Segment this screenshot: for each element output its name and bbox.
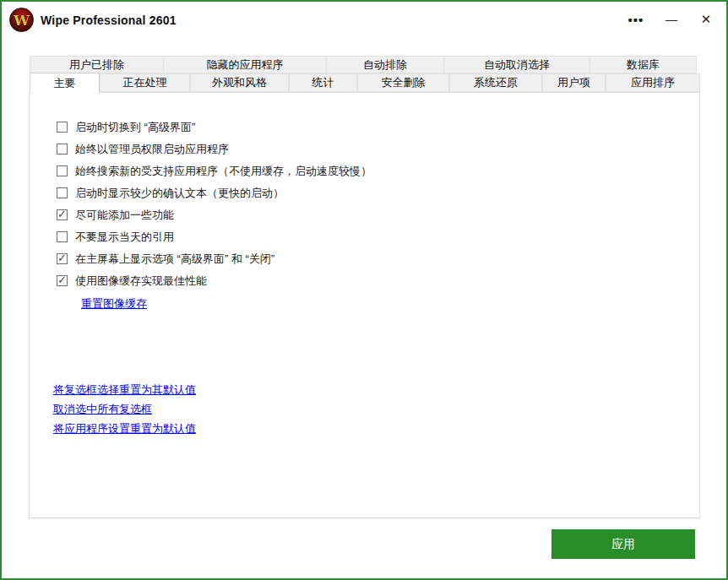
- tab-look-and-feel[interactable]: 外观和风格: [190, 73, 289, 92]
- minimize-icon: —: [666, 13, 677, 26]
- checkbox-list: 启动时切换到 “高级界面” 始终以管理员权限启动应用程序 始终搜索新的受支持应用…: [57, 121, 372, 296]
- checkbox-label: 不要显示当天的引用: [75, 230, 174, 245]
- checkbox-row: 不要显示当天的引用: [57, 230, 372, 243]
- checkbox-row: 在主屏幕上显示选项 “高级界面” 和 “关闭”: [57, 252, 372, 265]
- tab-hidden-apps[interactable]: 隐藏的应用程序: [163, 56, 327, 73]
- ellipsis-icon: •••: [628, 13, 644, 27]
- checkbox-row: 始终以管理员权限启动应用程序: [57, 143, 372, 155]
- tab-system-restore[interactable]: 系统还原: [449, 73, 542, 92]
- minimize-button[interactable]: —: [657, 8, 686, 30]
- window-menu-button[interactable]: •••: [622, 8, 650, 30]
- tab-main[interactable]: 主要: [30, 73, 100, 93]
- close-button[interactable]: ✕: [692, 8, 720, 30]
- checkbox-no-quote-of-day[interactable]: [57, 231, 68, 242]
- app-logo-icon: W: [9, 8, 34, 32]
- link-uncheck-all-checkboxes[interactable]: 取消选中所有复选框: [53, 403, 196, 415]
- checkbox-label: 启动时切换到 “高级界面”: [75, 120, 195, 135]
- titlebar: W Wipe Professional 2601 ••• — ✕: [2, 2, 726, 39]
- tab-auto-exclude[interactable]: 自动排除: [326, 56, 444, 73]
- apply-button[interactable]: 应用: [551, 529, 695, 559]
- tab-secure-delete[interactable]: 安全删除: [357, 73, 449, 92]
- checkbox-row: 尽可能添加一些功能: [57, 209, 372, 221]
- tab-users-excluded[interactable]: 用户已排除: [30, 56, 164, 73]
- settings-tabs: 用户已排除 隐藏的应用程序 自动排除 自动取消选择 数据库 主要 正在处理 外观…: [30, 56, 700, 93]
- link-reset-checkboxes-default[interactable]: 将复选框选择重置为其默认值: [53, 383, 196, 396]
- tab-row-upper: 用户已排除 隐藏的应用程序 自动排除 自动取消选择 数据库: [30, 56, 700, 73]
- checkbox-show-advanced-and-close[interactable]: [57, 253, 68, 264]
- checkbox-label: 启动时显示较少的确认文本（更快的启动）: [75, 186, 284, 201]
- main-settings-panel: 启动时切换到 “高级界面” 始终以管理员权限启动应用程序 始终搜索新的受支持应用…: [29, 92, 700, 518]
- tab-statistics[interactable]: 统计: [289, 73, 357, 92]
- checkbox-run-as-admin[interactable]: [57, 144, 68, 154]
- checkbox-label: 始终搜索新的受支持应用程序（不使用缓存，启动速度较慢）: [75, 164, 372, 179]
- checkbox-label: 始终以管理员权限启动应用程序: [75, 142, 229, 157]
- window-title: Wipe Professional 2601: [41, 2, 177, 39]
- tab-database[interactable]: 数据库: [589, 56, 697, 73]
- checkbox-use-image-cache[interactable]: [57, 275, 68, 286]
- tab-processing[interactable]: 正在处理: [100, 73, 190, 92]
- link-reset-app-settings[interactable]: 将应用程序设置重置为默认值: [53, 422, 196, 435]
- checkbox-label: 使用图像缓存实现最佳性能: [75, 274, 207, 289]
- checkbox-label: 在主屏幕上显示选项 “高级界面” 和 “关闭”: [75, 252, 274, 267]
- link-reset-image-cache[interactable]: 重置图像缓存: [81, 296, 147, 312]
- checkbox-row: 启动时显示较少的确认文本（更快的启动）: [57, 187, 372, 199]
- checkbox-row: 使用图像缓存实现最佳性能: [57, 274, 372, 287]
- wipe-professional-window: { "window": { "title": "Wipe Professiona…: [0, 0, 728, 580]
- checkbox-less-confirmation-text[interactable]: [57, 187, 68, 198]
- checkbox-search-new-apps[interactable]: [57, 165, 68, 176]
- tab-app-sorting[interactable]: 应用排序: [606, 73, 700, 92]
- checkbox-row: 启动时切换到 “高级界面”: [57, 121, 372, 133]
- close-icon: ✕: [701, 12, 712, 27]
- tab-auto-deselect[interactable]: 自动取消选择: [443, 56, 590, 73]
- tab-user-items[interactable]: 用户项: [542, 73, 606, 92]
- checkbox-add-features[interactable]: [57, 209, 68, 220]
- checkbox-label: 尽可能添加一些功能: [75, 208, 174, 223]
- bottom-links: 将复选框选择重置为其默认值 取消选中所有复选框 将应用程序设置重置为默认值: [53, 383, 196, 442]
- checkbox-row: 始终搜索新的受支持应用程序（不使用缓存，启动速度较慢）: [57, 165, 372, 177]
- checkbox-switch-advanced-ui[interactable]: [57, 122, 68, 133]
- tab-row-lower: 主要 正在处理 外观和风格 统计 安全删除 系统还原 用户项 应用排序: [30, 73, 700, 93]
